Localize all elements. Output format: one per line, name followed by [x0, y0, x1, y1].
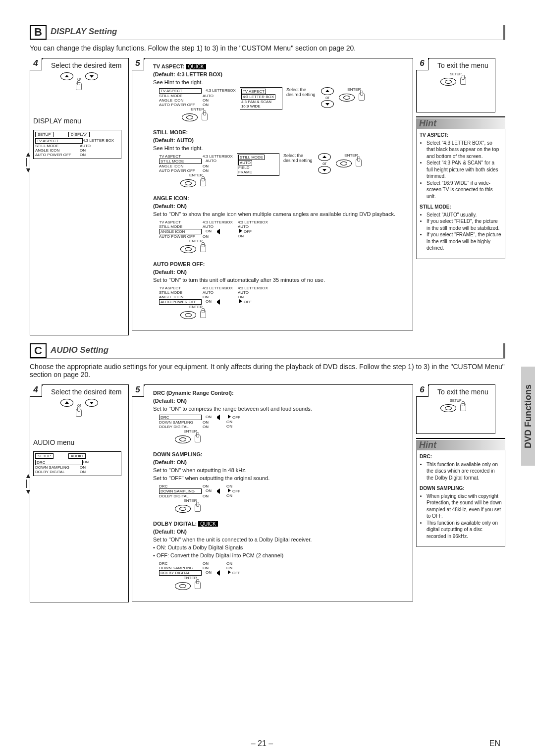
section-b-intro: You can change the display functions. Fo… — [30, 44, 505, 52]
page-number: – 21 – — [251, 739, 273, 748]
arrow-right-icon — [228, 570, 231, 574]
auto-options: 4:3 LETTERBOX AUTO ON OFF — [237, 285, 278, 305]
arrow-right-icon — [239, 229, 242, 233]
dolby-desc: Set to "ON" when the unit is connected t… — [153, 537, 410, 542]
or-label: or — [322, 161, 326, 166]
c-step4-title: Select the desired item — [51, 388, 125, 396]
hand-icon — [191, 433, 206, 443]
still-enter: ENTER — [336, 153, 367, 168]
quick-badge: QUICK — [198, 521, 218, 527]
dolby-menu: DRCON DOWN SAMPLINGON DOLBY DIGITALON EN… — [159, 561, 221, 591]
angle-icon-block: ANGLE ICON: (Default: ON) Set to "ON" to… — [153, 195, 410, 254]
drc-menu: DRCON DOWN SAMPLINGON DOLBY DIGITALON EN… — [159, 415, 221, 444]
hand-icon — [196, 309, 211, 319]
menu-row: STILL MODEAUTO — [35, 144, 119, 148]
still-menu: TV ASPECT4:3 LETTERBOX STILL MODEAUTO AN… — [159, 154, 233, 188]
section-c-title: AUDIO Setting — [51, 343, 505, 358]
enter-button-icon — [336, 160, 352, 167]
tva-menu: TV ASPECT4:3 LETTERBOX STILL MODEAUTO AN… — [159, 88, 236, 122]
hint-tva-title: TV ASPECT: — [420, 132, 502, 139]
b-step6-title: To exit the menu — [437, 61, 492, 69]
hand-icon — [355, 92, 370, 102]
angle-label: ANGLE ICON: — [153, 195, 410, 201]
down-button-icon — [321, 100, 334, 108]
down-button-icon — [85, 399, 98, 407]
hand-icon — [352, 158, 367, 167]
still-remote: or — [317, 153, 332, 174]
enter-button-icon — [175, 435, 191, 443]
arrow-right-icon — [228, 488, 231, 492]
tva-options: TV ASPECT 4:3 LETTER BOX 4:3 PAN & SCAN … — [240, 87, 282, 110]
hint-still-title: STILL MODE: — [420, 204, 502, 211]
drc-block: DRC (Dynamic Range Control): (Default: O… — [153, 390, 410, 444]
arrow-right-icon — [239, 299, 242, 303]
arrow-left-icon — [217, 229, 220, 234]
dolby-options: ON ON OFF — [225, 560, 267, 576]
b-step4-buttons: or — [33, 72, 125, 92]
scroll-arrows-icon: ▲│▼ — [25, 150, 32, 174]
hint-header: Hint — [416, 118, 505, 129]
menu-hdr-setup: SETUP — [35, 132, 54, 137]
c-step6: 6 To exit the menu SETUP — [416, 384, 495, 434]
still-hint-ref: See Hint to the right. — [153, 145, 410, 151]
c-step6-title: To exit the menu — [437, 388, 492, 396]
down-sampling-block: DOWN SAMPLING: (Default: ON) Set to "ON"… — [153, 451, 410, 514]
section-b-letter: B — [30, 25, 47, 40]
lang-label: EN — [489, 739, 500, 748]
tva-remote: or — [320, 87, 335, 108]
up-button-icon — [60, 72, 73, 80]
menu-hdr-setup: SETUP — [35, 453, 54, 459]
tva-default: (Default: 4:3 LETTER BOX) — [153, 71, 410, 77]
menu-hdr-audio: AUDIO — [68, 453, 86, 459]
tva-label: TV ASPECT: — [153, 63, 185, 69]
drc-desc: Set to "ON" to compress the range betwee… — [153, 406, 410, 412]
enter-button-icon — [180, 245, 196, 253]
dolby-block: DOLBY DIGITAL: QUICK (Default: ON) Set t… — [153, 521, 410, 591]
scroll-arrows-icon: ▲│▼ — [25, 472, 32, 495]
b-hint: Hint TV ASPECT: Select "4:3 LETTER BOX",… — [416, 116, 505, 259]
c-step4-buttons: or — [33, 399, 125, 419]
up-button-icon — [318, 153, 331, 161]
dolby-label: DOLBY DIGITAL: — [153, 521, 197, 527]
tv-aspect-block: TV ASPECT: QUICK (Default: 4:3 LETTER BO… — [153, 63, 410, 122]
down-button-icon — [85, 72, 98, 80]
up-button-icon — [60, 399, 73, 407]
angle-options: 4:3 LETTERBOX AUTO OFF ON — [237, 219, 278, 239]
auto-desc: Set to "ON" to turn this unit off automa… — [153, 277, 410, 283]
arrow-left-icon — [217, 415, 220, 420]
c-step6-num: 6 — [416, 384, 428, 397]
audio-menu-label: AUDIO menu — [33, 438, 125, 446]
drc-options: OFF ON ON — [225, 414, 267, 430]
tva-side-label: Select the desired setting — [286, 87, 316, 97]
dolby-b2: • OFF: Convert the Dolby Digital into PC… — [153, 552, 410, 558]
menu-row: TV ASPECT4:3 LETTER BOX — [35, 138, 119, 144]
up-button-icon — [321, 87, 334, 95]
down-default: (Default: ON) — [153, 459, 410, 465]
c-step5-num: 5 — [132, 384, 144, 397]
b-step6-num: 6 — [416, 58, 428, 70]
setup-button-icon — [440, 404, 456, 412]
menu-row: DOLBY DIGITALON — [35, 470, 119, 474]
arrow-left-icon — [217, 299, 220, 305]
c-step4: 4 Select the desired item or AUDIO menu … — [30, 384, 129, 602]
enter-button-icon — [182, 113, 198, 121]
hint-header: Hint — [416, 440, 505, 450]
down-desc1: Set to "ON" when outputting in 48 kHz. — [153, 467, 410, 473]
b-step4: 4 Select the desired item or DISPLAY men… — [30, 58, 129, 335]
hand-icon — [191, 580, 206, 590]
angle-menu: TV ASPECT4:3 LETTERBOX STILL MODEAUTO AN… — [159, 220, 233, 254]
hint-down-list: When playing disc with copyright Protect… — [420, 493, 502, 540]
tva-enter: ENTER — [339, 87, 370, 103]
c-step4-num: 4 — [30, 384, 42, 397]
hand-icon — [198, 111, 213, 121]
enter-button-icon — [339, 94, 355, 102]
quick-badge: QUICK — [186, 64, 206, 69]
angle-default: (Default: ON) — [153, 203, 410, 209]
auto-menu: TV ASPECT4:3 LETTERBOX STILL MODEAUTO AN… — [159, 286, 233, 320]
tva-hint-ref: See Hint to the right. — [153, 79, 410, 85]
hand-icon — [196, 177, 211, 187]
down-label: DOWN SAMPLING: — [153, 451, 410, 457]
section-c-letter: C — [30, 343, 47, 358]
section-c-intro: Choose the appropriate audio settings fo… — [30, 363, 505, 378]
display-menu-box: ▲│▼ SETUPDISPLAY TV ASPECT4:3 LETTER BOX… — [33, 130, 121, 159]
